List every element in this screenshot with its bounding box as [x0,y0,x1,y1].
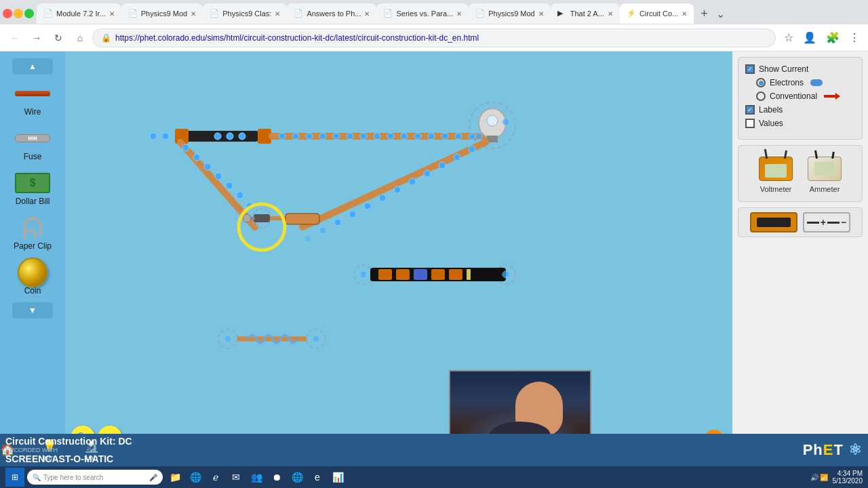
refresh-button[interactable]: ↻ [49,28,68,47]
tab-title-pm2: Physics9 Mod [488,9,534,18]
svg-point-14 [360,133,367,140]
conventional-radio[interactable] [756,92,766,101]
tab-circuit[interactable]: ⚡ Circuit Co... ✕ [620,3,694,24]
tab-title-circ: Circuit Co... [639,9,678,18]
tab-module72[interactable]: 📄 Module 7.2 Ir... ✕ [37,3,121,24]
address-bar[interactable]: 🔒 https://phet.colorado.edu/sims/html/ci… [92,28,776,47]
svg-point-3 [162,133,169,140]
profile-icon[interactable]: 👤 [800,28,819,47]
ammeter-item[interactable]: Ammeter [803,151,846,196]
svg-point-38 [334,219,341,226]
top-right-wire [272,133,486,140]
window-minimize[interactable] [14,9,23,18]
electron-indicator [810,79,823,86]
tab-physics9class[interactable]: 📄 Physics9 Clas: ✕ [203,3,287,24]
battery-component[interactable] [184,131,259,142]
forward-button[interactable]: → [27,28,46,47]
main-area: ▲ Wire Fuse $ Dollar Bill [0,52,868,488]
extension-icon[interactable]: 🧩 [823,28,842,47]
switch-inner [757,218,791,227]
svg-point-36 [364,203,371,209]
tab-close-p1[interactable]: ✕ [191,10,196,18]
taskbar-file-explorer[interactable]: 📁 [165,468,184,487]
home-button[interactable]: ⌂ [71,28,90,47]
svg-point-32 [424,170,431,177]
sidebar-item-paper-clip[interactable]: Paper Clip [4,211,61,255]
tab-close-circ[interactable]: ✕ [682,10,687,18]
taskbar-chrome[interactable]: 🌐 [186,468,205,487]
svg-point-19 [428,133,435,140]
tab-favicon-module72: 📄 [43,9,53,18]
scroll-down-button[interactable]: ▼ [12,302,53,319]
sidebar-item-coin[interactable]: Coin [4,256,61,300]
values-checkbox[interactable] [745,119,755,128]
sidebar-item-dollar-bill[interactable]: $ Dollar Bill [4,167,61,210]
ammeter-label: Ammeter [810,185,840,193]
voltmeter-item[interactable]: Voltmeter [754,151,797,196]
taskbar-teams[interactable]: 👥 [247,468,266,487]
ammeter-body [808,157,842,181]
window-close[interactable] [3,9,12,18]
scroll-up-button[interactable]: ▲ [12,58,53,75]
tab-youtube[interactable]: ▶ That 2 A... ✕ [551,3,620,24]
taskbar-edge[interactable]: 🌐 [288,468,307,487]
tab-series[interactable]: 📄 Series vs. Para... ✕ [376,3,469,24]
labels-checkbox[interactable] [745,105,755,115]
svg-point-39 [319,227,326,234]
electrons-radio[interactable] [756,78,766,87]
svg-point-34 [394,186,401,193]
window-maximize[interactable] [24,9,34,18]
tab-close-p2[interactable]: ✕ [275,10,280,18]
labels-label: Labels [759,105,783,115]
conventional-row: Conventional [756,92,855,101]
tab-title-p2: Physics9 Clas: [222,9,271,18]
svg-point-2 [150,133,157,140]
canvas-area[interactable]: Tap circuit element to edit. 🔍 ⊕ ↻ [65,52,732,488]
wire-minus-sign: − [841,217,846,228]
svg-point-24 [487,115,498,126]
resistor-element[interactable] [354,265,515,284]
wire-closed-switch[interactable] [750,212,797,232]
sidebar-item-wire[interactable]: Wire [4,77,61,121]
tab-physics9mod1[interactable]: 📄 Physics9 Mod ✕ [121,3,203,24]
wire-plus-sign: + [821,217,826,228]
svg-point-71 [313,336,319,342]
show-current-row: Show Current [745,64,855,74]
start-button[interactable]: ⊞ [5,468,24,487]
taskbar-ie2[interactable]: e [308,468,327,487]
tab-close-yt[interactable]: ✕ [608,10,613,18]
tab-close-ans[interactable]: ✕ [364,10,370,18]
tab-answers[interactable]: 📄 Answers to Ph... ✕ [287,3,376,24]
tab-title-yt: That 2 A... [570,9,604,18]
tab-close-module72[interactable]: ✕ [109,10,115,18]
show-current-checkbox[interactable] [745,64,755,74]
menu-icon[interactable]: ⋮ [846,28,863,47]
taskbar-ie[interactable]: ℯ [206,468,225,487]
nav-icons: ☆ 👤 🧩 ⋮ [781,28,863,47]
sidebar-item-fuse[interactable]: Fuse [4,122,61,165]
dollar-bill-label: Dollar Bill [16,197,50,206]
bookmark-icon[interactable]: ☆ [781,28,796,47]
wire-open-switch[interactable]: + − [803,212,850,232]
taskbar-powerpoint[interactable]: 📊 [328,468,347,487]
back-button[interactable]: ← [5,28,24,47]
tab-overflow-button[interactable]: ⌄ [712,7,729,20]
values-row: Values [745,119,855,128]
browser-chrome: 📄 Module 7.2 Ir... ✕ 📄 Physics9 Mod ✕ 📄 … [0,0,868,52]
tab-close-pm2[interactable]: ✕ [538,10,544,18]
sim-bottom-nav: Circuit Construction Kit: DC RECORDED WI… [0,434,868,466]
conventional-arrow [824,93,840,100]
app-title: Circuit Construction Kit: DC [5,436,132,447]
taskbar-recording[interactable]: ⏺ [267,468,286,487]
electrons-label: Electrons [770,78,804,87]
inductor-element[interactable] [218,329,326,348]
svg-point-43 [193,154,200,161]
new-tab-button[interactable]: + [696,7,712,21]
svg-point-11 [319,133,326,140]
svg-point-35 [379,195,386,201]
tab-physics9mod2[interactable]: 📄 Physics9 Mod ✕ [469,3,550,24]
svg-point-27 [502,119,509,125]
windows-search[interactable]: 🔍 Type here to search 🎤 [27,470,163,485]
tab-close-ser[interactable]: ✕ [456,10,462,18]
taskbar-outlook[interactable]: ✉ [226,468,245,487]
